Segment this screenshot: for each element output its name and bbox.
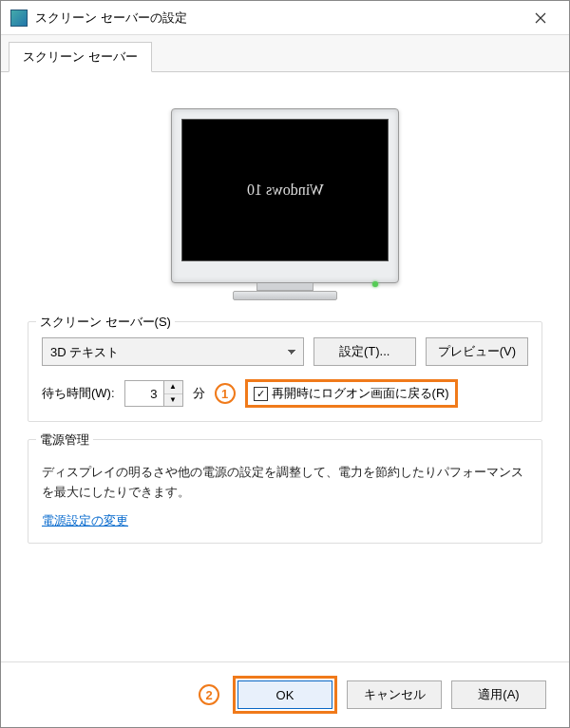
monitor-preview: Windows 10: [171, 108, 399, 300]
tab-screensaver[interactable]: スクリーン セーバー: [9, 42, 152, 72]
screensaver-settings-window: スクリーン セーバーの設定 スクリーン セーバー Windows 10 スクリー…: [0, 0, 570, 728]
wait-input[interactable]: [125, 381, 163, 406]
ok-button[interactable]: OK: [238, 680, 332, 709]
power-group: 電源管理 ディスプレイの明るさや他の電源の設定を調整して、電力を節約したりパフォ…: [28, 439, 542, 544]
monitor-stand: [256, 283, 314, 291]
monitor-screen: Windows 10: [181, 119, 389, 261]
window-title: スクリーン セーバーの設定: [35, 10, 522, 27]
power-settings-link[interactable]: 電源設定の変更: [42, 513, 128, 527]
resume-checkbox-label: 再開時にログオン画面に戻る(R): [272, 385, 449, 402]
wait-row: 待ち時間(W): ▲ ▼ 分 1 ✓ 再開時にログオン画面に戻る(R): [42, 379, 528, 408]
screensaver-preview-text: Windows 10: [247, 182, 324, 199]
wait-unit: 分: [193, 385, 205, 402]
annotation-2: 2: [199, 684, 219, 705]
ok-button-highlight: OK: [233, 676, 337, 714]
annotation-1: 1: [215, 383, 236, 404]
wait-label: 待ち時間(W):: [42, 385, 115, 402]
cancel-button[interactable]: キャンセル: [347, 680, 442, 709]
dialog-footer: 2 OK キャンセル 適用(A): [1, 661, 569, 727]
content-area: Windows 10 スクリーン セーバー(S) 3D テキスト 設定(T)..…: [1, 72, 569, 661]
spinner-up-button[interactable]: ▲: [164, 381, 182, 394]
monitor-base: [233, 291, 337, 300]
screensaver-select[interactable]: 3D テキスト: [42, 337, 304, 366]
tab-strip: スクリーン セーバー: [1, 35, 569, 72]
monitor-frame: Windows 10: [171, 108, 399, 283]
preview-area: Windows 10: [28, 91, 542, 321]
titlebar: スクリーン セーバーの設定: [1, 1, 569, 35]
resume-checkbox[interactable]: ✓: [254, 387, 268, 401]
wait-spinner[interactable]: ▲ ▼: [124, 380, 183, 407]
resume-checkbox-highlight: ✓ 再開時にログオン画面に戻る(R): [245, 379, 458, 408]
screensaver-legend: スクリーン セーバー(S): [36, 314, 175, 331]
settings-button[interactable]: 設定(T)...: [314, 337, 416, 366]
close-icon: [535, 12, 546, 24]
monitor-led-icon: [372, 281, 378, 287]
power-legend: 電源管理: [36, 431, 93, 449]
apply-button[interactable]: 適用(A): [451, 680, 546, 709]
preview-button[interactable]: プレビュー(V): [426, 337, 528, 366]
spinner-down-button[interactable]: ▼: [164, 394, 182, 407]
close-button[interactable]: [522, 5, 560, 31]
spinner-arrows: ▲ ▼: [163, 381, 182, 406]
screensaver-group: スクリーン セーバー(S) 3D テキスト 設定(T)... プレビュー(V) …: [28, 321, 542, 422]
power-description: ディスプレイの明るさや他の電源の設定を調整して、電力を節約したりパフォーマンスを…: [42, 463, 528, 503]
app-icon: [10, 10, 28, 27]
screensaver-select-row: 3D テキスト 設定(T)... プレビュー(V): [42, 337, 528, 366]
